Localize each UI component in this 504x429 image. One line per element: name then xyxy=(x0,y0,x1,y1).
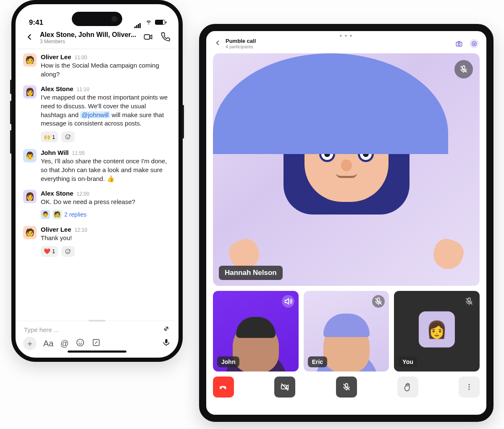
participant-tile-john[interactable]: John xyxy=(213,291,299,371)
chat-message-list[interactable]: 🧑 Oliver Lee 11:00 How is the Social Med… xyxy=(17,49,177,319)
more-options-button[interactable] xyxy=(459,377,480,398)
phone-volume-down xyxy=(10,130,12,154)
svg-point-4 xyxy=(66,249,70,254)
avatar[interactable]: 👩 xyxy=(23,190,37,203)
audio-call-button[interactable] xyxy=(161,32,171,44)
compose-note-button[interactable] xyxy=(92,338,101,349)
mention-chip[interactable]: @johnwill xyxy=(80,111,110,118)
svg-point-6 xyxy=(68,251,69,251)
participant-tiles: John Eric xyxy=(213,291,480,371)
svg-point-5 xyxy=(67,251,67,251)
voice-message-button[interactable] xyxy=(162,338,171,349)
phone-power-button xyxy=(182,105,184,139)
cellular-icon xyxy=(134,20,142,25)
thread-replies-link[interactable]: 👨 🧑 2 replies xyxy=(41,210,171,219)
participant-tile-eric[interactable]: Eric xyxy=(304,291,389,371)
call-title: Pumble call xyxy=(226,38,256,44)
toggle-camera-button[interactable] xyxy=(274,377,295,398)
back-button[interactable] xyxy=(214,39,221,48)
battery-icon xyxy=(155,20,165,25)
svg-point-7 xyxy=(77,339,84,346)
mention-button[interactable]: @ xyxy=(60,339,68,348)
avatar[interactable]: 🧑 xyxy=(23,226,37,239)
tablet-camera-dots: ● ● ● xyxy=(340,34,353,38)
phone-volume-up xyxy=(10,101,12,124)
message-time: 11:55 xyxy=(72,150,85,156)
svg-point-8 xyxy=(79,341,79,342)
message-author[interactable]: Alex Stone xyxy=(41,190,74,197)
main-speaker-tile[interactable]: Hannah Nelson xyxy=(213,53,480,286)
message-time: 12:00 xyxy=(77,191,89,197)
svg-point-12 xyxy=(458,43,460,45)
hang-up-button[interactable] xyxy=(213,377,234,398)
screen-share-icon[interactable] xyxy=(470,39,479,48)
raise-hand-button[interactable] xyxy=(397,377,418,398)
svg-point-21 xyxy=(469,384,470,385)
participant-name-label: Eric xyxy=(308,356,327,367)
camera-icon[interactable] xyxy=(454,39,464,48)
participant-tile-you[interactable]: 👩 You xyxy=(394,291,480,371)
message-author[interactable]: Oliver Lee xyxy=(41,53,71,60)
speaker-muted-icon xyxy=(454,60,473,78)
reaction-count: 1 xyxy=(52,248,55,254)
attach-button[interactable]: ＋ xyxy=(23,337,37,350)
chat-message: 👩 Alex Stone 11:10 I've mapped out the m… xyxy=(22,83,172,146)
status-time: 9:41 xyxy=(29,18,43,27)
message-author[interactable]: Alex Stone xyxy=(41,85,74,92)
speaker-avatar-illustration xyxy=(213,53,480,286)
avatar[interactable]: 👩 xyxy=(23,85,37,99)
chat-header: Alex Stone, John Will, Oliver... 3 Membe… xyxy=(17,29,177,49)
message-time: 12:10 xyxy=(75,227,87,233)
svg-point-1 xyxy=(66,135,70,139)
format-text-button[interactable]: Aa xyxy=(43,339,53,348)
message-time: 11:10 xyxy=(77,86,89,92)
avatar[interactable]: 👨 xyxy=(23,149,37,162)
reply-avatar: 🧑 xyxy=(52,210,62,219)
phone-mute-switch xyxy=(10,80,12,94)
expand-composer-button[interactable] xyxy=(163,325,170,334)
emoji-button[interactable] xyxy=(76,338,85,349)
toggle-mic-button[interactable] xyxy=(336,377,357,398)
reply-avatar: 👨 xyxy=(41,210,50,219)
chat-subtitle: 3 Members xyxy=(40,39,139,44)
phone-home-indicator[interactable] xyxy=(68,351,126,353)
message-time: 11:00 xyxy=(75,55,87,60)
svg-point-3 xyxy=(68,136,69,136)
message-text: How is the Social Media campaign coming … xyxy=(41,61,171,78)
reaction-chip[interactable]: 🙌 1 xyxy=(41,131,58,142)
add-reaction-button[interactable] xyxy=(61,131,75,142)
composer-drag-handle[interactable] xyxy=(17,321,177,324)
video-call-button[interactable] xyxy=(143,32,153,44)
svg-point-23 xyxy=(469,389,470,390)
wifi-icon xyxy=(145,18,152,27)
svg-point-14 xyxy=(473,43,475,44)
chat-message: 👩 Alex Stone 12:00 OK. Do we need a pres… xyxy=(22,187,172,223)
avatar[interactable]: 🧑 xyxy=(23,53,37,67)
message-text: OK. Do we need a press release? xyxy=(41,198,171,207)
message-author[interactable]: John Will xyxy=(41,149,69,156)
chat-message: 👨 John Will 11:55 Yes, I'll also share t… xyxy=(22,146,172,187)
self-avatar: 👩 xyxy=(419,311,455,348)
message-text: I've mapped out the most important point… xyxy=(41,93,171,128)
message-author[interactable]: Oliver Lee xyxy=(41,226,71,233)
reaction-emoji: ❤️ xyxy=(44,248,50,254)
svg-point-13 xyxy=(472,41,477,46)
muted-icon xyxy=(463,295,475,308)
svg-point-22 xyxy=(469,387,470,388)
call-controls xyxy=(213,377,480,399)
svg-point-9 xyxy=(81,341,82,342)
tablet-device-frame: ● ● ● Pumble call 4 participants xyxy=(199,24,494,422)
reaction-chip[interactable]: ❤️ 1 xyxy=(41,246,58,257)
chat-message: 🧑 Oliver Lee 12:10 Thank you! ❤️ 1 xyxy=(22,223,172,261)
phone-device-frame: 9:41 Alex Stone, John Will, Oliver... 3 … xyxy=(11,0,183,362)
message-text: Thank you! xyxy=(41,234,171,243)
replies-count-label: 2 replies xyxy=(64,211,87,218)
message-input[interactable]: Type here ... xyxy=(24,326,59,333)
add-reaction-button[interactable] xyxy=(61,246,75,257)
composer-toolbar: ＋ Aa @ xyxy=(17,337,177,356)
back-button[interactable] xyxy=(23,31,36,44)
phone-dynamic-island xyxy=(72,12,122,26)
chat-title[interactable]: Alex Stone, John Will, Oliver... xyxy=(40,31,139,39)
svg-point-2 xyxy=(67,136,67,136)
participant-name-label: You xyxy=(398,356,417,367)
